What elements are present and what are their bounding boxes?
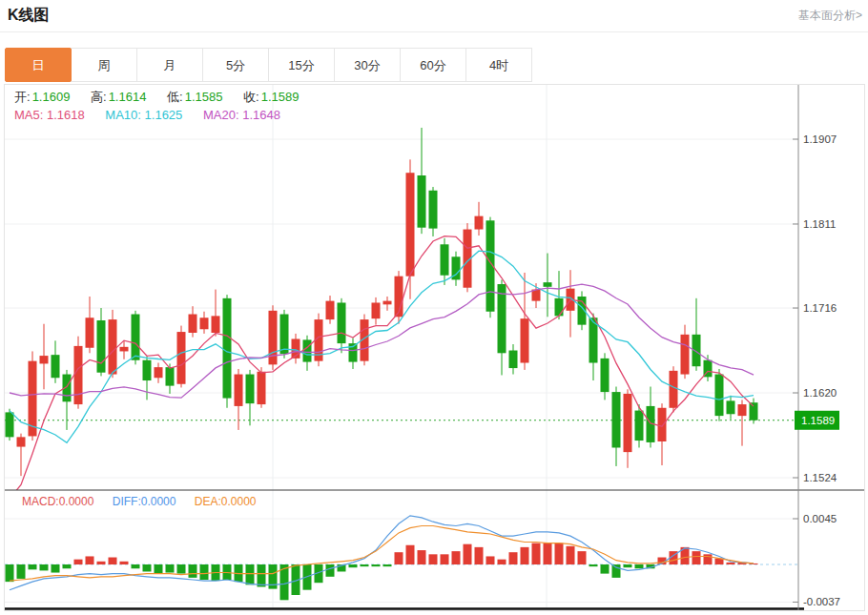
diff-value: DIFF:0.0000 <box>113 495 176 508</box>
ma20-value: 1.1648 <box>242 108 280 122</box>
svg-text:0.0045: 0.0045 <box>803 513 837 524</box>
dea-line <box>10 526 754 582</box>
tab-5分[interactable]: 5分 <box>202 48 269 82</box>
svg-text:1.1589: 1.1589 <box>801 415 835 426</box>
candles <box>6 128 758 476</box>
high-label: 高: <box>91 90 107 104</box>
svg-text:1.1716: 1.1716 <box>803 302 837 314</box>
svg-text:1.1524: 1.1524 <box>803 472 837 483</box>
axis-labels: 1.19071.18111.17161.16201.15240.0045-0.0… <box>793 133 840 607</box>
close-label: 收: <box>243 90 259 104</box>
ma5-label: MA5: <box>14 108 43 122</box>
chart-area[interactable]: 1.19071.18111.17161.16201.15240.0045-0.0… <box>4 84 865 611</box>
ma5-value: 1.1618 <box>47 108 85 122</box>
svg-text:1.1907: 1.1907 <box>803 133 837 145</box>
fundamental-analysis-link[interactable]: 基本面分析> <box>798 8 862 24</box>
tab-15分[interactable]: 15分 <box>268 48 335 82</box>
header-divider <box>0 31 868 32</box>
svg-text:-0.0037: -0.0037 <box>803 596 840 607</box>
tab-月[interactable]: 月 <box>136 48 203 82</box>
open-label: 开: <box>14 90 31 104</box>
ma20-line <box>10 284 754 398</box>
macd-value: MACD:0.0000 <box>22 495 93 508</box>
svg-text:1.1620: 1.1620 <box>803 387 837 399</box>
ma20-label: MA20: <box>203 108 239 122</box>
low-label: 低: <box>167 90 183 104</box>
tab-4时[interactable]: 4时 <box>465 48 532 82</box>
macd-histogram <box>6 543 758 601</box>
high-value: 1.1614 <box>107 90 147 104</box>
interval-tabs: 日周月5分15分30分60分4时 <box>5 48 532 82</box>
tab-日[interactable]: 日 <box>5 48 72 82</box>
macd-readout: MACD:0.0000 DIFF:0.0000 DEA:0.0000 <box>22 495 256 508</box>
current-price-badge: 1.1589 <box>795 411 839 430</box>
ma10-label: MA10: <box>105 108 141 122</box>
ohlc-readout: 开:1.1609 高:1.1614 低:1.1585 收:1.1589 <box>14 89 316 106</box>
ma-lines <box>10 236 754 500</box>
ma5-line <box>10 236 754 500</box>
page-title: K线图 <box>8 6 50 26</box>
tab-30分[interactable]: 30分 <box>334 48 401 82</box>
low-value: 1.1585 <box>183 90 223 104</box>
open-value: 1.1609 <box>31 90 71 104</box>
ma-readout: MA5: 1.1618 MA10: 1.1625 MA20: 1.1648 <box>14 108 298 122</box>
diff-line <box>10 516 754 590</box>
tab-60分[interactable]: 60分 <box>400 48 466 82</box>
tab-周[interactable]: 周 <box>71 48 137 82</box>
dea-value: DEA:0.0000 <box>195 495 257 508</box>
svg-text:1.1811: 1.1811 <box>803 218 836 230</box>
close-value: 1.1589 <box>259 90 300 104</box>
kline-chart-svg[interactable]: 1.19071.18111.17161.16201.15240.0045-0.0… <box>5 85 864 610</box>
ma10-value: 1.1625 <box>145 108 183 122</box>
